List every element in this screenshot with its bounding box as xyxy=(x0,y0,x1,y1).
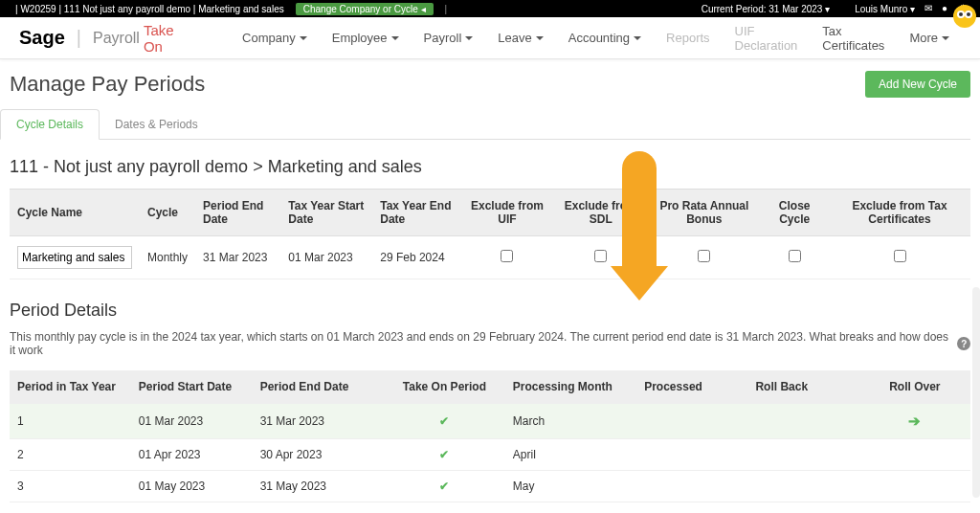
chevron-down-icon xyxy=(942,36,949,40)
period-details-table: Period in Tax Year Period Start Date Per… xyxy=(10,370,970,513)
prorata-bonus-checkbox[interactable] xyxy=(698,250,710,262)
chevron-down-icon xyxy=(536,36,544,40)
brand-payroll: Payroll xyxy=(93,30,140,47)
current-period-dropdown[interactable]: Current Period: 31 Mar 2023 ▾ xyxy=(702,4,831,14)
col-takeon-period: Take On Period xyxy=(384,370,505,404)
top-bar: | W20259 | 111 Not just any payroll demo… xyxy=(0,0,980,17)
exclude-uif-checkbox[interactable] xyxy=(501,250,513,262)
period-end-date: 30 Apr 2023 xyxy=(253,439,384,471)
period-details-title: Period Details xyxy=(10,301,970,321)
col-period-start: Period Start Date xyxy=(131,370,253,404)
rollback-cell xyxy=(747,439,858,471)
takeon-check-icon: ✔ xyxy=(384,502,505,514)
col-tax-year-start: Tax Year Start Date xyxy=(280,190,372,236)
period-end-date: 31 Mar 2023 xyxy=(253,404,384,439)
svg-point-2 xyxy=(959,12,963,16)
main-navbar: Sage | Payroll Take On Company Employee … xyxy=(0,17,980,59)
bell-icon[interactable]: ● xyxy=(942,3,953,14)
period-start-date: 01 Apr 2023 xyxy=(131,439,253,471)
col-roll-back: Roll Back xyxy=(747,370,858,404)
col-roll-over: Roll Over xyxy=(859,370,970,404)
period-end-date: 30 Jun 2023 xyxy=(253,502,384,514)
processed-cell xyxy=(636,404,747,439)
breadcrumb: 111 - Not just any payroll demo > Market… xyxy=(10,157,970,177)
col-cycle: Cycle xyxy=(140,190,195,236)
menu-payroll[interactable]: Payroll xyxy=(412,18,485,58)
menu-company[interactable]: Company xyxy=(231,18,319,58)
rollover-cell xyxy=(859,471,970,502)
rollback-cell xyxy=(747,502,858,514)
period-start-date: 01 Mar 2023 xyxy=(131,404,253,439)
close-cycle-checkbox[interactable] xyxy=(789,250,801,262)
menu-employee[interactable]: Employee xyxy=(321,18,411,58)
period-number: 1 xyxy=(10,404,131,439)
owl-avatar-icon xyxy=(953,5,976,28)
chevron-down-icon xyxy=(300,36,307,40)
cycle-tax-year-end: 29 Feb 2024 xyxy=(372,236,461,279)
period-row: 401 Jun 202330 Jun 2023✔June xyxy=(10,502,970,514)
svg-point-3 xyxy=(967,12,970,16)
roll-over-arrow-icon: ➔ xyxy=(908,413,921,429)
processing-month: March xyxy=(505,404,636,439)
processing-month: April xyxy=(505,439,636,471)
col-cycle-name: Cycle Name xyxy=(10,190,140,236)
mail-icon[interactable]: ✉ xyxy=(924,3,936,14)
period-end-date: 31 May 2023 xyxy=(253,471,384,502)
col-close-cycle: Close Cycle xyxy=(760,190,829,236)
rollback-cell xyxy=(747,404,858,439)
tab-dates-periods[interactable]: Dates & Periods xyxy=(100,109,213,139)
period-details-description: This monthly pay cycle is in the 2024 ta… xyxy=(10,330,970,357)
col-tax-year-end: Tax Year End Date xyxy=(372,190,461,236)
menu-uif-declaration[interactable]: UIF Declaration xyxy=(724,18,810,58)
menu-accounting[interactable]: Accounting xyxy=(557,18,653,58)
col-exclude-sdl: Exclude from SDL xyxy=(553,190,648,236)
col-processing-month: Processing Month xyxy=(505,370,636,404)
cycle-name-input[interactable] xyxy=(17,246,132,269)
brand-sage: Sage xyxy=(19,27,65,49)
period-row: 201 Apr 202330 Apr 2023✔April xyxy=(10,439,970,471)
processed-cell xyxy=(636,471,747,502)
menu-tax-certificates[interactable]: Tax Certificates xyxy=(811,18,896,58)
help-icon[interactable]: ? xyxy=(957,337,970,350)
col-exclude-uif: Exclude from UIF xyxy=(461,190,553,236)
col-period-end-date: Period End Date xyxy=(195,190,280,236)
rollover-cell xyxy=(859,502,970,514)
add-new-cycle-button[interactable]: Add New Cycle xyxy=(865,71,970,98)
brand-takeon: Take On xyxy=(144,22,192,55)
menu-reports[interactable]: Reports xyxy=(655,18,722,58)
exclude-sdl-checkbox[interactable] xyxy=(594,250,607,262)
period-row: 101 Mar 202331 Mar 2023✔March➔ xyxy=(10,404,970,439)
col-processed: Processed xyxy=(636,370,747,404)
tabs: Cycle Details Dates & Periods xyxy=(0,109,970,140)
processing-month: May xyxy=(505,471,636,502)
exclude-tax-certs-checkbox[interactable] xyxy=(894,250,906,262)
scrollbar[interactable] xyxy=(972,287,980,498)
change-company-cycle-button[interactable]: Change Company or Cycle ◂ xyxy=(296,3,434,15)
page-title: Manage Pay Periods xyxy=(10,72,205,97)
period-row: 301 May 202331 May 2023✔May xyxy=(10,471,970,502)
period-number: 3 xyxy=(10,471,131,502)
col-prorata-bonus: Pro Rata Annual Bonus xyxy=(648,190,760,236)
cycle-period-end: 31 Mar 2023 xyxy=(195,236,280,279)
period-start-date: 01 May 2023 xyxy=(131,471,253,502)
col-period-end: Period End Date xyxy=(253,370,384,404)
rollover-cell[interactable]: ➔ xyxy=(859,404,970,439)
tab-cycle-details[interactable]: Cycle Details xyxy=(0,109,100,140)
rollover-cell xyxy=(859,439,970,471)
processed-cell xyxy=(636,502,747,514)
cycle-summary-table: Cycle Name Cycle Period End Date Tax Yea… xyxy=(10,189,970,279)
rollback-cell xyxy=(747,471,858,502)
period-start-date: 01 Jun 2023 xyxy=(131,502,253,514)
cycle-row: Monthly 31 Mar 2023 01 Mar 2023 29 Feb 2… xyxy=(10,236,970,279)
col-period-num: Period in Tax Year xyxy=(10,370,131,404)
cycle-frequency: Monthly xyxy=(140,236,195,279)
menu-leave[interactable]: Leave xyxy=(486,18,554,58)
user-menu[interactable]: Louis Munro ▾ xyxy=(855,4,915,14)
chevron-down-icon xyxy=(391,36,399,40)
menu-more[interactable]: More xyxy=(898,18,961,58)
chevron-down-icon xyxy=(634,36,641,40)
processing-month: June xyxy=(505,502,636,514)
takeon-check-icon: ✔ xyxy=(384,471,505,502)
period-number: 4 xyxy=(10,502,131,514)
period-number: 2 xyxy=(10,439,131,471)
